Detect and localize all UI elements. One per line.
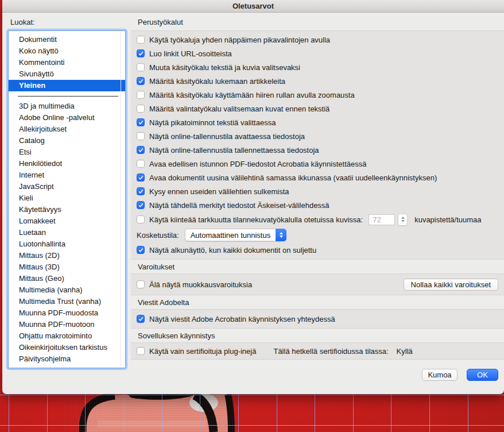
sidebar-item[interactable]: Yleinen [9,80,125,91]
check-icon [138,78,144,84]
checkbox[interactable] [137,160,145,168]
checkbox[interactable] [137,132,145,140]
sidebar-item[interactable]: Oikeinkirjoituksen tarkistus [9,342,125,353]
checkbox[interactable] [137,347,145,355]
ok-button[interactable]: OK [467,369,498,381]
sidebar-item[interactable]: Etsi [9,146,125,158]
sidebar-item[interactable]: Multimedia (vanha) [9,284,125,296]
sidebar-item[interactable]: Mittaus (2D) [9,250,125,261]
checkbox-label: Muuta käsityökalu tekstiä ja kuvia valit… [149,63,300,72]
pixel-grid-overlay [64,394,237,432]
option-row: Luo linkit URL-osoitteista [131,47,504,60]
check-icon [138,202,144,209]
option-row: Muuta käsityökalu tekstiä ja kuvia valit… [131,60,504,74]
app-startup-options: Käytä vain sertifioituja plug-inejäTällä… [131,342,504,360]
window-title: Oletusarvot [232,2,274,10]
grid-line [47,394,48,432]
dropdown-label: Kosketustila: [137,231,179,240]
sidebar-item[interactable]: Sivunäyttö [9,68,125,80]
cancel-button[interactable]: Kumoa [422,369,458,381]
sidebar-item[interactable]: Kommentointi [9,57,125,68]
sidebar-item[interactable]: Catalog [9,135,125,146]
sidebar: Luokat: DokumentitKoko näyttöKommentoint… [2,13,131,394]
checkbox-label: Kysy ennen useiden välilehtien sulkemist… [149,187,289,196]
grid-line [353,394,354,432]
section-title-app-startup: Sovelluksen käynnistys [131,329,504,342]
grid-line [0,425,504,426]
grid-line [9,394,9,432]
option-row: Määritä käsityökalu lukemaan artikkeleit… [131,74,504,88]
grid-line [391,394,391,432]
checkbox[interactable] [137,315,145,323]
checkbox-label: Näytä online-tallennustila avattaessa ti… [149,132,305,141]
sidebar-item[interactable]: Internet [9,169,125,181]
basic-tools-options: Käytä työkaluja yhden näppäimen pikavali… [131,30,504,260]
sidebar-item[interactable]: Mittaus (3D) [9,261,125,273]
certified-status-value: Kyllä [397,347,413,356]
checkbox[interactable] [137,201,145,209]
sidebar-item[interactable]: JavaScript [9,181,125,192]
option-row: Kysy ennen useiden välilehtien sulkemist… [131,184,504,198]
checkbox[interactable] [137,246,145,254]
sidebar-item[interactable]: Päivitysohjelma [9,353,125,365]
main-panel: Perustyökalut Käytä työkaluja yhden näpp… [131,13,504,394]
category-list[interactable]: DokumentitKoko näyttöKommentointiSivunäy… [8,30,126,368]
sidebar-item[interactable]: Käytettävyys [9,204,125,215]
sidebar-item[interactable]: Lomakkeet [9,215,125,227]
resolution-stepper [398,214,408,226]
sidebar-item[interactable]: 3D ja multimedia [9,101,125,112]
touch-mode-dropdown[interactable]: Automaattinen tunnistus [185,229,286,241]
field-suffix: kuvapistettä/tuumaa [414,215,481,224]
sidebar-item[interactable]: Mittaus (Geo) [9,273,125,284]
checkbox-label: Näytä pikatoiminnot tekstiä valittaessa [149,118,276,127]
reset-warnings-button[interactable]: Nollaa kaikki varoitukset [404,279,498,291]
grid-line [162,394,162,432]
sidebar-item[interactable]: Muunna PDF-muotoon [9,319,125,330]
grid-line [0,395,504,395]
checkbox-label: Käytä työkaluja yhden näppäimen pikavali… [149,36,330,44]
title-bar: Oletusarvot [2,0,504,13]
checkbox-label: Näytä tähdellä merkityt tiedostot Äskeis… [149,201,329,210]
sidebar-item[interactable]: Muunna PDF-muodosta [9,307,125,319]
grid-line [468,394,468,432]
checkbox[interactable] [137,173,145,182]
checkbox[interactable] [137,36,145,44]
checkbox[interactable] [137,91,145,99]
sidebar-item[interactable]: Adobe Online -palvelut [9,112,125,124]
dropdown-value: Automaattinen tunnistus [185,231,276,240]
sidebar-item[interactable]: Luotonhallinta [9,238,125,250]
grid-line [429,394,430,432]
checkbox[interactable] [137,49,145,57]
option-row: Älä näytä muokkausvaroituksia [131,277,404,291]
option-row: Käytä työkaluja yhden näppäimen pikavali… [131,33,504,47]
checkbox[interactable] [137,77,145,85]
checkbox[interactable] [137,105,145,113]
sidebar-item[interactable]: Kieli [9,192,125,204]
dialog-content: Luokat: DokumentitKoko näyttöKommentoint… [2,13,504,394]
sidebar-item[interactable]: Ohjattu makrotoiminto [9,330,125,342]
checkbox[interactable] [137,215,145,223]
checkbox[interactable] [137,146,145,154]
sidebar-item[interactable]: Koko näyttö [9,45,125,57]
checkbox[interactable] [137,63,145,71]
sidebar-item[interactable]: Multimedia Trust (vanha) [9,296,125,307]
check-icon [138,147,144,153]
sidebar-item[interactable]: Luetaan [9,227,125,238]
grid-line [277,394,277,432]
list-separator [18,96,118,97]
option-row: Näytä online-tallennustila tallennettaes… [131,143,504,157]
sidebar-item[interactable]: Allekirjoitukset [9,124,125,135]
checkbox[interactable] [137,118,145,126]
checkbox-label: Määritä käsityökalu lukemaan artikkeleit… [149,77,285,86]
option-row: Kosketustila:Automaattinen tunnistus [131,227,504,243]
checkbox[interactable] [137,187,145,195]
checkbox-label: Määritä valintatyökalu valitsemaan kuvat… [149,105,329,113]
sidebar-item[interactable]: Henkilötiedot [9,158,125,169]
option-row: Näytä online-tallennustila avattaessa ti… [131,129,504,143]
sidebar-item[interactable]: Dokumentit [9,34,125,45]
sidebar-item[interactable]: Seuranta [9,365,125,368]
checkbox[interactable] [137,280,145,288]
section-title-basic-tools: Perustyökalut [131,13,504,30]
check-icon [138,175,144,181]
check-icon [138,316,144,322]
